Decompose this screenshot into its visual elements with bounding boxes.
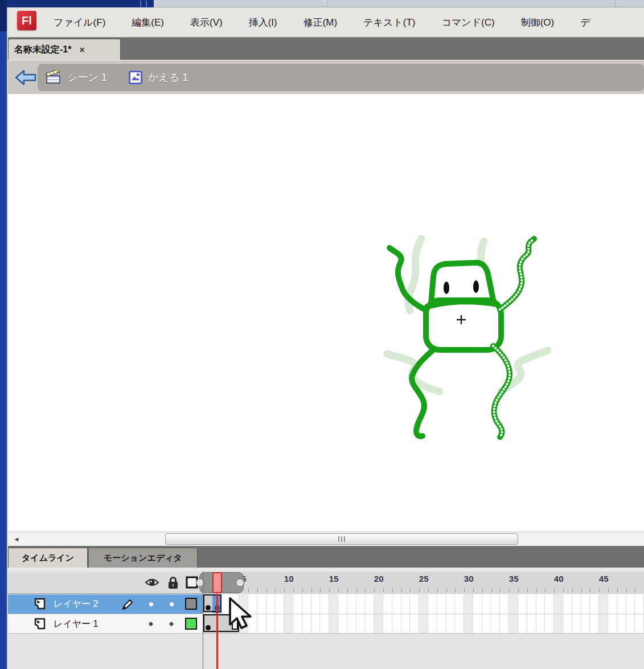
frame-cell-19[interactable] bbox=[365, 614, 374, 634]
frame-cell-48[interactable] bbox=[626, 614, 635, 634]
frame-cell-15[interactable] bbox=[329, 594, 338, 614]
frame-cell-34[interactable] bbox=[500, 614, 509, 634]
frame-cell-45[interactable] bbox=[599, 614, 608, 634]
frame-cell-13[interactable] bbox=[311, 594, 321, 614]
frame-cell-37[interactable] bbox=[527, 594, 536, 614]
frame-cell-41[interactable] bbox=[563, 594, 572, 614]
menu-item-2[interactable]: 表示(V) bbox=[190, 16, 223, 29]
frame-cell-43[interactable] bbox=[581, 594, 590, 614]
flash-app-icon[interactable]: Fl bbox=[17, 11, 36, 30]
frame-cell-36[interactable] bbox=[518, 594, 527, 614]
frame-cell-44[interactable] bbox=[590, 614, 599, 634]
lock-icon[interactable] bbox=[167, 576, 179, 590]
layer-lock-dot[interactable] bbox=[170, 602, 174, 606]
frame-cell-38[interactable] bbox=[536, 614, 545, 634]
frame-cell-7[interactable] bbox=[257, 594, 266, 614]
frame-cell-42[interactable] bbox=[572, 594, 581, 614]
frame-cell-12[interactable] bbox=[302, 594, 311, 614]
frame-cell-19[interactable] bbox=[365, 594, 374, 614]
frame-cell-33[interactable] bbox=[491, 614, 501, 634]
frame-cell-36[interactable] bbox=[518, 614, 527, 634]
layer-name[interactable]: レイヤー 2 bbox=[54, 598, 98, 610]
frame-cell-20[interactable] bbox=[374, 594, 383, 614]
frame-ruler[interactable]: 5101520253035404550 bbox=[203, 572, 644, 594]
frame-cell-37[interactable] bbox=[527, 614, 536, 634]
frame-cell-11[interactable] bbox=[293, 614, 302, 634]
menu-item-4[interactable]: 修正(M) bbox=[303, 16, 337, 29]
frame-cell-26[interactable] bbox=[428, 594, 437, 614]
frame-cell-42[interactable] bbox=[572, 614, 581, 634]
frame-cell-24[interactable] bbox=[410, 614, 419, 634]
eye-icon[interactable] bbox=[145, 576, 159, 589]
frame-cell-11[interactable] bbox=[293, 594, 302, 614]
frame-cell-40[interactable] bbox=[554, 594, 563, 614]
horizontal-scrollbar[interactable]: ◄ bbox=[8, 532, 644, 546]
playhead-handle[interactable] bbox=[212, 572, 222, 593]
frame-cell-29[interactable] bbox=[455, 614, 464, 634]
tab-motion-editor[interactable]: モーションエディタ bbox=[88, 548, 198, 568]
frame-cell-47[interactable] bbox=[617, 594, 626, 614]
frame-cell-33[interactable] bbox=[491, 594, 501, 614]
frame-cell-35[interactable] bbox=[509, 614, 518, 634]
keyframe-dot[interactable] bbox=[206, 605, 211, 610]
frame-cell-25[interactable] bbox=[419, 594, 428, 614]
frame-cell-9[interactable] bbox=[275, 614, 284, 634]
frame-cell-39[interactable] bbox=[545, 614, 554, 634]
back-arrow-button[interactable] bbox=[14, 68, 39, 87]
frame-cell-20[interactable] bbox=[374, 614, 383, 634]
frame-cell-31[interactable] bbox=[473, 614, 482, 634]
menu-item-7[interactable]: 制御(O) bbox=[521, 16, 555, 29]
frame-cell-44[interactable] bbox=[590, 594, 599, 614]
layer-visibility-dot[interactable] bbox=[149, 602, 153, 606]
frame-cell-30[interactable] bbox=[464, 594, 473, 614]
menu-item-3[interactable]: 挿入(I) bbox=[249, 16, 277, 29]
frame-cell-10[interactable] bbox=[284, 594, 293, 614]
frame-cell-16[interactable] bbox=[338, 594, 347, 614]
frame-cell-21[interactable] bbox=[383, 614, 392, 634]
frame-cell-16[interactable] bbox=[338, 614, 347, 634]
tab-timeline[interactable]: タイムライン bbox=[8, 548, 88, 568]
frame-cell-48[interactable] bbox=[626, 594, 635, 614]
frame-cell-27[interactable] bbox=[437, 614, 446, 634]
frame-cell-10[interactable] bbox=[284, 614, 293, 634]
menu-item-6[interactable]: コマンド(C) bbox=[442, 16, 495, 29]
frame-cell-41[interactable] bbox=[563, 614, 572, 634]
frame-cell-23[interactable] bbox=[401, 594, 411, 614]
frame-cell-21[interactable] bbox=[383, 594, 392, 614]
menu-item-5[interactable]: テキスト(T) bbox=[363, 16, 415, 29]
layer-row-1[interactable]: レイヤー 1 bbox=[8, 614, 644, 633]
frame-cell-23[interactable] bbox=[401, 614, 411, 634]
frame-cell-22[interactable] bbox=[392, 614, 401, 634]
frame-cell-35[interactable] bbox=[509, 594, 518, 614]
layer-row-2[interactable]: レイヤー 2 bbox=[8, 594, 644, 614]
stage-canvas[interactable] bbox=[8, 94, 644, 532]
frame-cell-26[interactable] bbox=[428, 614, 437, 634]
frame-cell-30[interactable] bbox=[464, 614, 473, 634]
frame-cell-8[interactable] bbox=[266, 594, 276, 614]
frame-cell-39[interactable] bbox=[545, 594, 554, 614]
frame-cell-18[interactable] bbox=[356, 614, 366, 634]
layer-name[interactable]: レイヤー 1 bbox=[54, 618, 98, 630]
frame-cell-22[interactable] bbox=[392, 594, 401, 614]
frame-cell-49[interactable] bbox=[635, 594, 644, 614]
keyframe-dot[interactable] bbox=[206, 625, 211, 630]
frame-cell-46[interactable] bbox=[608, 594, 617, 614]
frame-cell-25[interactable] bbox=[419, 614, 428, 634]
frame-cell-29[interactable] bbox=[455, 594, 464, 614]
breadcrumb-scene[interactable]: シーン 1 bbox=[67, 71, 107, 84]
frame-cell-45[interactable] bbox=[599, 594, 608, 614]
layer-outline-swatch[interactable] bbox=[185, 618, 197, 630]
frame-cell-49[interactable] bbox=[635, 614, 644, 634]
frame-cell-32[interactable] bbox=[482, 594, 491, 614]
layer-2-frames[interactable] bbox=[203, 594, 644, 614]
frame-cell-12[interactable] bbox=[302, 614, 311, 634]
frame-cell-13[interactable] bbox=[311, 614, 321, 634]
frame-cell-14[interactable] bbox=[320, 614, 329, 634]
frame-cell-7[interactable] bbox=[257, 614, 266, 634]
document-tab[interactable]: 名称未設定-1* × bbox=[8, 39, 121, 60]
frame-cell-40[interactable] bbox=[554, 614, 563, 634]
frame-cell-38[interactable] bbox=[536, 594, 545, 614]
layer-visibility-dot[interactable] bbox=[149, 622, 153, 626]
layer-outline-swatch[interactable] bbox=[185, 598, 197, 610]
scroll-left-arrow-icon[interactable]: ◄ bbox=[9, 533, 24, 545]
